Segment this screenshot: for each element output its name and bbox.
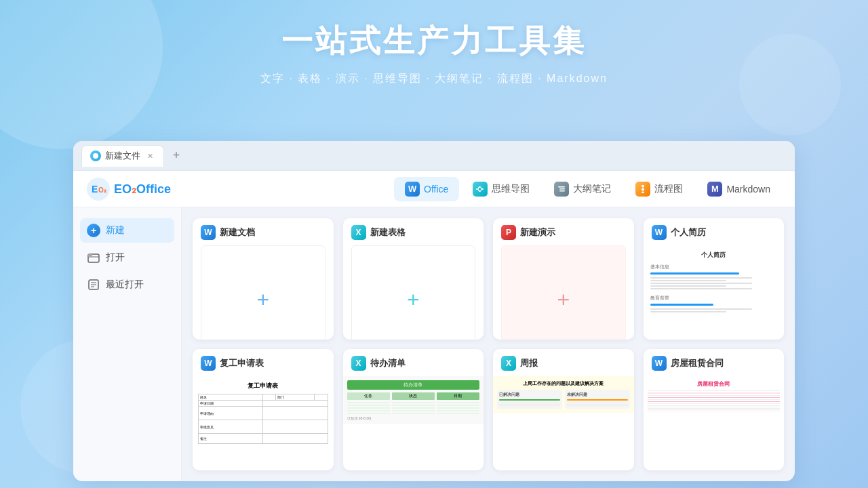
main-window: 新建文件 ✕ + E O₂ EO₂Office W Office [73,141,795,481]
svg-rect-5 [479,186,481,188]
card-rental-type-icon: W [652,356,667,371]
app-header: E O₂ EO₂Office W Office [73,171,795,207]
nav-tab-markdown-label: Markdown [726,184,770,195]
new-tab-button[interactable]: + [167,146,186,165]
svg-rect-21 [88,254,92,257]
card-new-doc-label: 新建文档 [220,226,255,239]
card-new-sheet-body: + [351,245,476,340]
nav-tab-mindmap[interactable]: 思维导图 [462,177,540,201]
card-todo-label: 待办清单 [370,357,406,369]
svg-text:E: E [92,184,98,195]
svg-line-11 [481,189,481,191]
svg-rect-13 [559,188,565,190]
svg-rect-4 [476,188,478,190]
nav-tab-flowchart-icon [635,182,650,197]
card-todo-body: 待办清单 任务 状态 日期 计划 (8.26-8.30) [343,376,484,470]
card-new-sheet-header: X 新建表格 [343,218,484,245]
svg-point-0 [93,153,98,159]
svg-line-10 [481,187,481,189]
nav-tab-outline-label: 大纲笔记 [573,183,611,195]
card-new-doc[interactable]: W 新建文档 + [193,218,334,340]
nav-tab-outline[interactable]: 大纲笔记 [543,177,622,201]
sidebar: + 新建 打开 [73,207,182,481]
card-fuke-label: 复工申请表 [220,357,264,369]
logo-text: EO₂Office [114,182,171,197]
sidebar-item-recent[interactable]: 最近打开 [80,272,174,297]
card-fuke[interactable]: W 复工申请表 复工申请表 姓名部门 申请日期 申请理由 审批意见 备注 [193,349,334,470]
card-todo-header: X 待办清单 [343,349,484,376]
nav-tab-outline-icon [554,182,569,197]
nav-tab-flowchart[interactable]: 流程图 [625,177,694,201]
card-new-sheet-plus-icon: + [407,287,420,312]
card-rental-label: 房屋租赁合同 [671,357,724,369]
svg-rect-6 [479,190,481,192]
card-new-sheet-label: 新建表格 [370,226,406,239]
card-weekly-label: 周报 [520,357,538,369]
sidebar-recent-label: 最近打开 [106,279,144,291]
card-weekly-type-icon: X [501,356,516,371]
app-wrapper: E O₂ EO₂Office W Office [73,171,795,481]
logo-icon: E O₂ [87,178,110,201]
card-new-doc-body: + [201,245,326,340]
card-new-sheet[interactable]: X 新建表格 + [343,218,484,340]
tab-bar: 新建文件 ✕ + [73,141,795,171]
nav-tab-mindmap-label: 思维导图 [492,183,530,195]
card-rental-header: W 房屋租赁合同 [644,349,785,376]
svg-rect-16 [642,188,644,190]
logo-area: E O₂ EO₂Office [87,178,171,201]
svg-text:O₂: O₂ [98,186,106,194]
card-new-ppt-label: 新建演示 [520,226,555,239]
svg-rect-12 [558,186,565,188]
card-weekly-body: 上周工作存在的问题以及建议解决方案 已解决问题 [493,376,634,470]
nav-tab-office-icon: W [405,182,420,197]
card-resume-type-icon: W [652,225,667,240]
sidebar-new-label: 新建 [106,224,125,237]
inner-layout: + 新建 打开 [73,207,795,481]
card-new-doc-type-icon: W [201,225,216,240]
card-new-sheet-type-icon: X [351,225,366,240]
tab-close-button[interactable]: ✕ [144,150,155,161]
nav-tab-office[interactable]: W Office [394,177,459,201]
card-new-doc-plus-icon: + [256,287,269,312]
tab-new-file[interactable]: 新建文件 ✕ [81,145,164,167]
svg-line-9 [478,189,479,191]
card-new-ppt-body: + [501,245,626,340]
page-title: 一站式生产力工具集 [0,20,868,62]
tab-label: 新建文件 [105,150,140,162]
card-fuke-body: 复工申请表 姓名部门 申请日期 申请理由 审批意见 备注 [193,376,334,470]
card-resume-body: 个人简历 基本信息 教育背景 [644,245,785,340]
nav-tabs: W Office [394,177,781,201]
card-rental[interactable]: W 房屋租赁合同 房屋租赁合同 [644,349,785,470]
card-todo[interactable]: X 待办清单 待办清单 任务 状态 日期 [343,349,484,470]
card-new-ppt-type-icon: P [501,225,516,240]
svg-line-8 [478,187,479,189]
card-new-ppt-plus-icon: + [557,287,570,312]
tab-icon [90,150,101,161]
svg-rect-7 [481,188,484,190]
svg-rect-14 [559,190,565,192]
nav-tab-mindmap-icon [473,182,488,197]
card-resume-header: W 个人简历 [644,218,785,245]
card-todo-type-icon: X [351,356,366,371]
card-weekly[interactable]: X 周报 上周工作存在的问题以及建议解决方案 已解决问题 [493,349,634,470]
card-rental-body: 房屋租赁合同 [644,376,785,470]
page-subtitle: 文字 · 表格 · 演示 · 思维导图 · 大纲笔记 · 流程图 · Markd… [0,72,868,86]
sidebar-new-icon: + [87,224,100,237]
card-weekly-header: X 周报 [493,349,634,376]
card-fuke-type-icon: W [201,356,216,371]
card-resume-label: 个人简历 [671,226,706,239]
card-new-ppt[interactable]: P 新建演示 + [493,218,634,340]
svg-rect-15 [642,185,644,187]
sidebar-item-open[interactable]: 打开 [80,245,174,270]
sidebar-open-icon [87,251,100,264]
card-new-ppt-header: P 新建演示 [493,218,634,245]
svg-rect-17 [642,192,644,193]
content-area: W 新建文档 + X 新建表格 + [182,207,795,481]
card-resume[interactable]: W 个人简历 个人简历 基本信息 [644,218,785,340]
sidebar-item-new[interactable]: + 新建 [80,218,174,243]
card-fuke-header: W 复工申请表 [193,349,334,376]
page-header: 一站式生产力工具集 文字 · 表格 · 演示 · 思维导图 · 大纲笔记 · 流… [0,0,868,100]
nav-tab-flowchart-label: 流程图 [654,183,683,195]
nav-tab-markdown[interactable]: M Markdown [696,177,781,201]
card-new-doc-header: W 新建文档 [193,218,334,245]
